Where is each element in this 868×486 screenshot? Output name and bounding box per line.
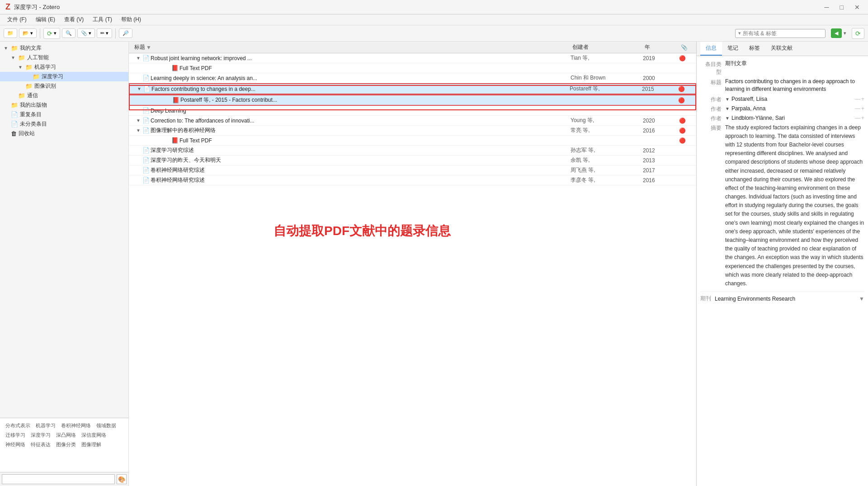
tag-item[interactable]: 特征表达 xyxy=(29,441,52,448)
list-row[interactable]: ▼ 📄 Factors contributing to changes in a… xyxy=(129,83,696,94)
tag-item[interactable]: 分布式表示 xyxy=(4,422,32,429)
title-col-label: 标题 xyxy=(134,43,145,51)
list-row[interactable]: ▼ 📄 Robust joint learning network: impro… xyxy=(129,53,696,63)
sidebar-search-bar[interactable]: 🎨 xyxy=(0,472,128,486)
list-row[interactable]: 📄 深度学习研究综述 孙志军 等, 2012 xyxy=(129,146,696,156)
search-input[interactable] xyxy=(743,30,811,37)
author-expand-icon: ▼ xyxy=(725,106,730,111)
sidebar-item-img[interactable]: 📁 图像识别 xyxy=(0,81,128,91)
sidebar-item-ai[interactable]: ▼ 📁 人工智能 xyxy=(0,53,128,62)
maximize-button[interactable]: □ xyxy=(837,3,846,12)
sidebar-item-pub[interactable]: 📁 我的出版物 xyxy=(0,100,128,110)
list-row[interactable]: 📕 Full Text PDF 🔴 xyxy=(129,136,696,146)
column-header-attach[interactable]: 📎 xyxy=(679,44,693,51)
tag-color-button[interactable]: 🎨 xyxy=(117,474,127,484)
folder-icon-pub: 📁 xyxy=(11,102,18,109)
column-header-year[interactable]: 年 xyxy=(643,43,679,51)
locate-button[interactable]: 🔍 xyxy=(62,28,75,38)
tab-笔记[interactable]: 笔记 xyxy=(722,42,744,56)
tag-item[interactable]: 领域数据 xyxy=(94,422,118,429)
refresh-button[interactable]: ⟳ xyxy=(852,28,864,39)
row-type-icon: 📕 xyxy=(171,137,179,144)
journal-dropdown-icon[interactable]: ▼ xyxy=(859,296,864,302)
tag-item[interactable]: 图像理解 xyxy=(80,441,103,448)
tab-信息[interactable]: 信息 xyxy=(700,42,722,56)
tag-item[interactable]: 神经网络 xyxy=(4,441,27,448)
tree-label-comm: 通信 xyxy=(27,92,38,99)
sync-button[interactable]: ⟳ ▾ xyxy=(43,28,60,39)
list-row[interactable]: 📄 深度学习的昨天、今天和明天 余凯 等, 2013 xyxy=(129,156,696,165)
list-row[interactable]: 📄 Deep Learning xyxy=(129,106,696,116)
tree-label-trash: 回收站 xyxy=(19,130,35,137)
edit-button[interactable]: ✏ ▾ xyxy=(97,28,112,38)
minimize-button[interactable]: ─ xyxy=(822,3,832,12)
locate-icon: 🔍 xyxy=(66,30,72,36)
list-row[interactable]: 📄 Learning deeply in science: An analysi… xyxy=(129,73,696,83)
sidebar-item-dup[interactable]: 📄 重复条目 xyxy=(0,110,128,119)
list-row[interactable]: 📄 卷积神经网络研究综述 周飞燕 等, 2017 xyxy=(129,165,696,175)
sidebar-item-comm[interactable]: 📁 通信 xyxy=(0,91,128,100)
sidebar-item-trash[interactable]: 🗑 回收站 xyxy=(0,129,128,138)
new-collection-button[interactable]: 📂 ▾ xyxy=(19,28,37,38)
author-remove-icon[interactable]: — xyxy=(855,115,860,121)
tag-search-input[interactable] xyxy=(2,474,115,484)
author-remove-icon[interactable]: — xyxy=(855,105,860,112)
tag-item[interactable]: 深凸网络 xyxy=(54,431,78,439)
list-row[interactable]: ▼ 📄 Correction to: The affordances of in… xyxy=(129,116,696,126)
search-box[interactable]: ▾ xyxy=(735,29,826,38)
row-type-icon: 📕 xyxy=(171,65,179,71)
search-dropdown-icon[interactable]: ▾ xyxy=(738,30,741,36)
menu-edit[interactable]: 编辑 (E) xyxy=(32,15,59,24)
toolbar-right: ◀ ▾ ⟳ xyxy=(831,28,864,39)
sidebar-item-my-lib[interactable]: ▼ 📁 我的文库 xyxy=(0,43,128,53)
tree-label-uncat: 未分类条目 xyxy=(20,120,47,128)
item-title-row: 标题 Factors contributing to changes in a … xyxy=(700,78,864,93)
author-add-icon[interactable]: + xyxy=(861,96,864,102)
row-type-icon: 📄 xyxy=(142,157,151,164)
attach-dropdown-icon: ▾ xyxy=(89,30,91,36)
menu-help[interactable]: 帮助 (H) xyxy=(118,15,145,24)
author-add-icon[interactable]: + xyxy=(861,115,864,121)
tab-关联文献[interactable]: 关联文献 xyxy=(765,42,798,56)
column-header-title[interactable]: 标题 ▼ xyxy=(132,43,571,51)
close-button[interactable]: ✕ xyxy=(852,3,863,12)
list-row[interactable]: 📄 卷积神经网络研究综述 李彦冬 等, 2016 xyxy=(129,175,696,185)
column-header-creator[interactable]: 创建者 xyxy=(571,43,643,51)
menu-file[interactable]: 文件 (F) xyxy=(4,15,30,24)
row-title-row10: 卷积神经网络研究综述 xyxy=(151,176,571,184)
item-type-row: 条目类型 期刊文章 xyxy=(700,60,864,76)
tag-item[interactable]: 深度学习 xyxy=(29,431,52,439)
tag-item[interactable]: 图像分类 xyxy=(54,441,78,448)
row-title-row5: Correction to: The affordances of innova… xyxy=(151,118,571,124)
menu-tools[interactable]: 工具 (T) xyxy=(89,15,116,24)
window-controls[interactable]: ─ □ ✕ xyxy=(822,3,863,12)
folder-icon-ml: 📁 xyxy=(25,64,33,71)
author-row: 作者 ▼ Lindblom-Ylänne, Sari — + xyxy=(700,114,864,123)
author-add-icon[interactable]: + xyxy=(861,105,864,112)
toolbar-dropdown[interactable]: ▾ xyxy=(844,30,846,36)
sidebar-item-dl[interactable]: 📁 深度学习 xyxy=(0,72,128,81)
list-row[interactable]: ▼ 📄 图像理解中的卷积神经网络 常亮 等, 2016 🔴 xyxy=(129,126,696,136)
list-row[interactable]: 📕 Postareff 等, - 2015 - Factors contribu… xyxy=(129,94,696,106)
back-button[interactable]: ◀ xyxy=(831,28,842,38)
list-row[interactable]: 📕 Full Text PDF xyxy=(129,63,696,73)
right-tab-bar: 信息笔记标签关联文献 xyxy=(697,42,868,56)
tag-item[interactable]: 迁移学习 xyxy=(4,431,27,439)
dropdown-arrow-icon: ▾ xyxy=(30,30,33,36)
sidebar-item-ml[interactable]: ▼ 📁 机器学习 xyxy=(0,62,128,72)
author-remove-icon[interactable]: — xyxy=(855,96,860,102)
year-col-label: 年 xyxy=(645,43,650,51)
item-title-value: Factors contributing to changes in a dee… xyxy=(725,78,864,93)
attach-button[interactable]: 📎 ▾ xyxy=(77,28,95,38)
tag-item[interactable]: 深信度网络 xyxy=(80,431,108,439)
tag-item[interactable]: 卷积神经网络 xyxy=(59,422,93,429)
new-item-button[interactable]: 📁 xyxy=(4,28,17,38)
reference-list: 标题 ▼ 创建者 年 📎 ▼ 📄 Robust joint learning n… xyxy=(129,42,696,486)
sidebar-item-uncat[interactable]: 📄 未分类条目 xyxy=(0,119,128,129)
row-attach-row5: 🔴 xyxy=(679,118,693,124)
search-button[interactable]: 🔎 xyxy=(119,28,132,38)
tab-标签[interactable]: 标签 xyxy=(744,42,765,56)
menu-view[interactable]: 查看 (V) xyxy=(61,15,87,24)
tag-item[interactable]: 机器学习 xyxy=(34,422,57,429)
folder-icon-trash: 🗑 xyxy=(11,130,17,137)
